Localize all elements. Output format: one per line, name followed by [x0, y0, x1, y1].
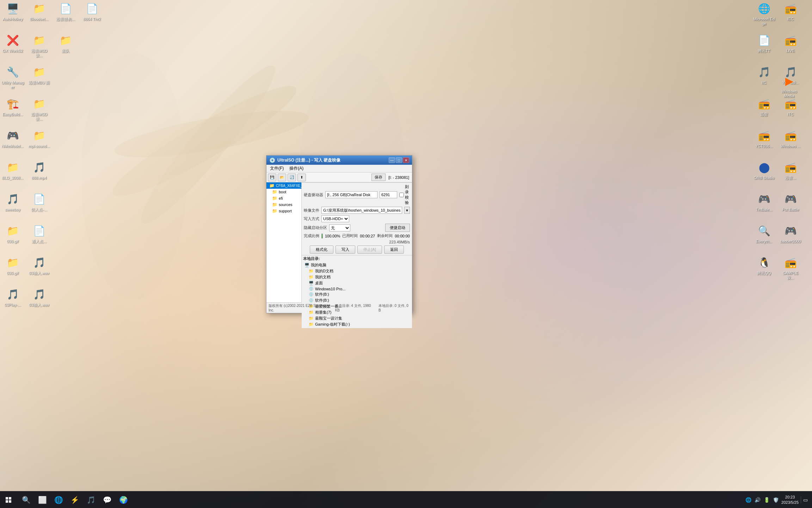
local-tree-soft2[interactable]: 💿 软件(B:): [303, 297, 411, 303]
taskbar-tray: 🌐 🔊 🔋 🛡️ 20:23 2023/5/25 ▭: [745, 495, 812, 505]
desktop-icon-xunlei6[interactable]: 📻 迅雷...: [778, 159, 803, 182]
desktop-icon-sweeboy[interactable]: 🎵 sweeboy: [0, 190, 25, 213]
local-tree-design[interactable]: 📁 最颗宝一设计集: [303, 315, 411, 321]
desktop-icon-mplsound[interactable]: 📁 mpl-sound...: [26, 127, 52, 150]
tree-item-support[interactable]: 📁 support: [266, 208, 301, 214]
tree-item-efi[interactable]: 📁 efi: [266, 195, 301, 201]
stop-btn[interactable]: 停止[A]: [357, 246, 382, 254]
dialog-maximize-btn[interactable]: □: [396, 157, 402, 163]
taskbar-icon-edge[interactable]: 🌐: [51, 492, 66, 508]
file-tree[interactable]: 📁 CFBA_X64FXE_ZH-C... 📁 boot 📁 efi 📁 sou…: [266, 182, 302, 302]
desktop-icon-potbattle[interactable]: 🎮 Pot Battle: [778, 190, 803, 213]
desktop-icon-edge[interactable]: 🌐 Microsoft Edge: [751, 0, 777, 28]
image-file-input[interactable]: [321, 207, 402, 214]
desktop-icon-030gif[interactable]: 📁 030.gif: [0, 222, 25, 245]
progress-bar-fill: [322, 234, 322, 238]
desktop-icon-8864[interactable]: 📄 8864 Thr2: [79, 0, 105, 23]
desktop-icon-tongrudi[interactable]: 📄 通入点...: [26, 222, 52, 245]
portable-start-btn[interactable]: 便捷启动: [385, 224, 410, 232]
hide-partition-select[interactable]: 无: [329, 224, 350, 231]
toolbar-btn-1[interactable]: 💾: [268, 174, 276, 181]
return-btn[interactable]: 返回: [384, 246, 404, 254]
sector-input[interactable]: [380, 191, 397, 198]
menu-file[interactable]: 文件(F): [268, 165, 286, 172]
desktop-icon-everything[interactable]: 🔍 Everyth...: [751, 222, 777, 245]
tree-item-sources[interactable]: 📁 sources: [266, 201, 301, 208]
taskbar-icon-itc[interactable]: 🎵: [83, 492, 99, 508]
toolbar-btn-3[interactable]: 🔄: [288, 174, 296, 181]
desktop-icon-shuruaudio2[interactable]: 🎵 03输入.wav: [26, 286, 52, 309]
tray-icon-shield[interactable]: 🛡️: [772, 496, 779, 503]
local-tree-ddoc[interactable]: 📁 我的D文档: [303, 268, 411, 274]
start-button[interactable]: [0, 491, 17, 508]
dialog-controls: — □ ✕: [389, 157, 409, 163]
dialog-menubar: 文件(F) 操作(A): [266, 165, 412, 173]
desktop-icon-utility[interactable]: 🔧 Utility Manager: [0, 64, 25, 91]
local-tree-mypc[interactable]: 🖥️ 我的电脑: [303, 262, 411, 268]
desktop-icon-itc2[interactable]: 📻 ITC: [778, 95, 803, 118]
local-dir-panel: 本地目录: 🖥️ 我的电脑 📁 我的D文档 📁 我的文档 🖥️: [302, 255, 412, 328]
taskbar-icon-weixin[interactable]: 💬: [99, 492, 115, 508]
tray-icon-battery[interactable]: 🔋: [763, 496, 770, 503]
tray-show-desktop[interactable]: ▭: [801, 496, 808, 503]
write-btn[interactable]: 写入: [336, 246, 355, 254]
desktop-icon-winmedia2[interactable]: 📻 Windows ...: [778, 127, 803, 150]
drive-input[interactable]: [325, 191, 377, 198]
desktop-icon-live[interactable]: 📻 LIVE: [778, 32, 803, 55]
desktop-icon-landui[interactable]: 📁 蓝队: [53, 32, 78, 55]
taskbar-icon-taskview[interactable]: ⬜: [35, 492, 50, 508]
desktop-icon-bloodset[interactable]: 📁 Bloodset...: [26, 0, 52, 23]
save-button[interactable]: 保存: [371, 174, 386, 181]
toolbar-btn-2[interactable]: 📂: [278, 174, 286, 181]
write-method-select[interactable]: USB-HDD+: [321, 215, 349, 222]
dialog-toolbar: 💾 📂 🔄 ⬆ 保存 [I: - 238081]: [266, 173, 412, 182]
desktop-icon-iec[interactable]: 📻 IEC: [778, 0, 803, 23]
local-tree-mydoc[interactable]: 📁 我的文档: [303, 274, 411, 280]
progress-bar: [321, 234, 323, 238]
local-tree-soft[interactable]: 💿 软件(B:): [303, 291, 411, 297]
desktop-icon-xunlei2[interactable]: 📁 迅雷MSD设...: [26, 32, 52, 59]
format-btn[interactable]: 格式化: [310, 246, 333, 254]
desktop-icon-sample[interactable]: 📻 SAMPLE设...: [778, 254, 803, 282]
desktop-icon-gxworks[interactable]: ❌ GX WorkS2: [0, 32, 25, 55]
desktop-icon-itc[interactable]: 🎵 ItC: [751, 64, 777, 86]
desktop-icon-xunlei5[interactable]: 📻 迅雷: [751, 95, 777, 118]
desktop-icon-nmemodel[interactable]: 🎮 NMeModel...: [0, 127, 25, 150]
taskbar-icon-xunlei[interactable]: ⚡: [67, 492, 82, 508]
desktop-icon-yct016[interactable]: 📻 YCT016...: [751, 127, 777, 150]
desktop-icon-shuruaudio[interactable]: 🎵 03输入.wav: [26, 254, 52, 277]
desktop-icon-xunlei[interactable]: 📄 迅雷猎豹...: [53, 0, 78, 23]
local-tree-win10[interactable]: 💿 Windows10 Pro...: [303, 286, 411, 291]
desktop-icon-orbstudio[interactable]: ⬤ ORB Studio: [751, 159, 777, 182]
desktop-icon-xunlei3[interactable]: 📁 迅雷MBU 面: [26, 64, 52, 86]
desktop-icon-autohotkey[interactable]: 🖥️ AutoHotkey: [0, 0, 25, 23]
right-panel: 时间 事件 保存 下午 04:22:04 C/N/S: 31130/295/63…: [302, 182, 412, 302]
desktop-icon-bld3008[interactable]: 📁 BLD_3008...: [0, 159, 25, 182]
tray-time[interactable]: 20:23 2023/5/25: [781, 495, 799, 505]
toolbar-btn-4[interactable]: ⬆: [297, 174, 306, 181]
verify-checkbox[interactable]: [399, 193, 404, 197]
tray-icon-network[interactable]: 🌐: [745, 496, 752, 503]
desktop-icon-888mp4[interactable]: 🎵 888.mp4: [26, 159, 52, 182]
desktop-icon-play[interactable]: 🎵 03Play-...: [0, 286, 25, 309]
desktop-icon-tengxuntt[interactable]: 📄 腾讯TT: [751, 32, 777, 55]
tree-item-root[interactable]: 📁 CFBA_X64FXE_ZH-C...: [266, 182, 301, 189]
browse-btn[interactable]: ▼: [404, 207, 410, 214]
tray-icon-sound[interactable]: 🔊: [754, 496, 761, 503]
local-tree-gaming[interactable]: 📁 Gaming-临时下载(↑): [303, 321, 411, 327]
desktop-icon-baober[interactable]: 🎮 baober2000: [778, 222, 803, 245]
menu-operate[interactable]: 操作(A): [287, 165, 306, 172]
dialog-close-btn[interactable]: ✕: [403, 157, 409, 163]
desktop-icon-tmbale[interactable]: 🎮 TmBale...: [751, 190, 777, 213]
desktop-icon-easybuild[interactable]: 🏗️ EasyBuild...: [0, 95, 25, 118]
desktop-icon-qq[interactable]: 🐧 腾讯QQ: [751, 254, 777, 277]
desktop-icon-030gif2[interactable]: 📁 030.gif: [0, 254, 25, 277]
desktop-icon-qierudi[interactable]: 📄 切入点-...: [26, 190, 52, 213]
desktop-icon-xunlei4[interactable]: 📁 迅雷MSD设...: [26, 95, 52, 123]
taskbar-icon-search[interactable]: 🔍: [18, 492, 34, 508]
verify-checkbox-container[interactable]: 刻录校验: [399, 184, 410, 205]
dialog-minimize-btn[interactable]: —: [389, 157, 395, 163]
tree-item-boot[interactable]: 📁 boot: [266, 189, 301, 195]
local-tree-desktop[interactable]: 🖥️ 桌面: [303, 280, 411, 286]
taskbar-icon-browser[interactable]: 🌍: [116, 492, 131, 508]
